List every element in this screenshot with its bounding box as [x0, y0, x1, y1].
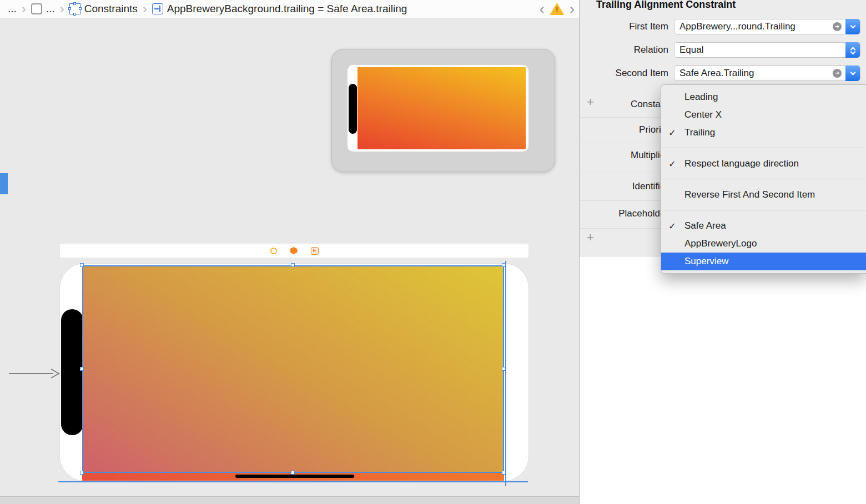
bottom-guide-line: [58, 481, 528, 482]
navigate-arrow-icon[interactable]: ➔: [833, 69, 842, 78]
breadcrumb-item-constraints[interactable]: Constraints: [84, 3, 138, 15]
check-icon: ✓: [664, 221, 680, 231]
warning-exclamation: !: [556, 6, 558, 14]
menu-item-label: AppBreweryLogo: [684, 238, 757, 249]
breadcrumb-item-view-controller[interactable]: ...: [46, 3, 55, 15]
chevron-right-icon: ›: [60, 1, 64, 17]
chevron-right-icon: ›: [143, 1, 147, 17]
selection-handle[interactable]: [291, 263, 295, 267]
selection-handle[interactable]: [80, 471, 84, 475]
second-item-label: Second Item: [580, 65, 668, 81]
second-item-popup[interactable]: Safe Area.Trailing ➔: [674, 65, 860, 81]
constant-label: Constant: [580, 99, 668, 110]
exit-icon[interactable]: [311, 247, 319, 255]
menu-item-reverse-first-and-second-item[interactable]: Reverse First And Second Item: [661, 186, 866, 204]
preview-notch: [349, 84, 357, 134]
constraints-group-icon: [69, 3, 80, 14]
menu-item-leading[interactable]: Leading: [661, 88, 866, 106]
chevron-right-icon: ›: [22, 1, 26, 17]
multiplier-label: Multiplier: [580, 150, 668, 161]
selection-handle[interactable]: [80, 263, 84, 267]
menu-item-appbrewerylogo[interactable]: AppBreweryLogo: [661, 235, 866, 253]
view-controller-icon[interactable]: [270, 248, 277, 254]
menu-item-label: Trailing: [684, 127, 715, 138]
second-item-dropdown-button[interactable]: [845, 65, 860, 81]
first-item-dropdown-button[interactable]: [845, 19, 860, 34]
view-controller-header-bar: [60, 244, 528, 258]
app-brewery-background-view[interactable]: [82, 265, 504, 473]
menu-item-label: Safe Area: [684, 220, 726, 231]
placeholder-label: Placeholder: [580, 208, 668, 219]
jump-bar: ... › ... › Constraints › AppBreweryBack…: [0, 0, 579, 18]
iphone-canvas[interactable]: [60, 264, 528, 481]
menu-item-trailing[interactable]: ✓ Trailing: [661, 124, 866, 142]
menu-item-safe-area[interactable]: ✓ Safe Area: [661, 217, 866, 235]
relation-stepper-button[interactable]: [845, 42, 860, 58]
selection-handle[interactable]: [502, 263, 506, 267]
menu-item-respect-language-direction[interactable]: ✓ Respect language direction: [661, 155, 866, 173]
preview-gradient-screen: [358, 67, 526, 149]
menu-item-label: Center X: [684, 109, 722, 120]
menu-item-label: Respect language direction: [684, 158, 799, 169]
first-responder-icon[interactable]: [290, 247, 298, 254]
relation-popup[interactable]: Equal: [674, 42, 860, 58]
selection-handle[interactable]: [502, 367, 506, 371]
check-icon: ✓: [664, 159, 680, 169]
first-item-label: First Item: [580, 19, 668, 34]
home-indicator: [235, 475, 354, 478]
constraint-icon: [152, 3, 163, 14]
identifier-label: Identifier: [580, 181, 668, 192]
menu-item-label: Leading: [684, 92, 718, 103]
check-icon: ✓: [664, 128, 680, 138]
canvas-bottom-bar: [0, 496, 579, 504]
breadcrumb-item-constraint[interactable]: AppBreweryBackground.trailing = Safe Are…: [167, 3, 407, 15]
device-preview-thumbnail[interactable]: [331, 49, 555, 172]
menu-item-label: Reverse First And Second Item: [684, 189, 815, 200]
priority-label: Priority: [580, 124, 668, 135]
navigate-arrow-icon[interactable]: ➔: [833, 22, 842, 31]
back-arrow[interactable]: ‹: [540, 1, 545, 17]
warning-icon[interactable]: !: [550, 3, 564, 15]
selection-handle[interactable]: [502, 471, 506, 475]
trailing-guide-line: [505, 261, 506, 486]
menu-separator: [661, 173, 866, 186]
selection-handle[interactable]: [291, 471, 295, 475]
menu-separator: [661, 204, 866, 217]
inspector-empty-area: [580, 256, 866, 504]
relation-value: Equal: [679, 43, 827, 57]
navigator-selection-tab[interactable]: [0, 173, 8, 194]
plus-icon[interactable]: +: [587, 231, 594, 244]
view-controller-icon: [31, 3, 42, 14]
breadcrumb-item-document[interactable]: ...: [8, 3, 17, 15]
second-item-dropdown-menu: Leading Center X ✓ Trailing ✓ Respect la…: [661, 84, 866, 274]
relation-label: Relation: [580, 42, 668, 58]
forward-arrow[interactable]: ›: [570, 1, 575, 17]
device-notch: [61, 309, 83, 435]
menu-item-superview[interactable]: Superview: [661, 253, 866, 270]
first-item-popup[interactable]: AppBrewery...round.Trailing ➔: [674, 19, 860, 34]
storyboard-entry-arrow[interactable]: [9, 367, 60, 380]
first-item-value: AppBrewery...round.Trailing: [679, 19, 827, 34]
inspector-title: Trailing Alignment Constraint: [596, 0, 736, 11]
menu-item-label: Superview: [684, 256, 728, 267]
menu-separator: [661, 142, 866, 155]
menu-item-center-x[interactable]: Center X: [661, 106, 866, 124]
second-item-value: Safe Area.Trailing: [679, 66, 827, 80]
selection-handle[interactable]: [80, 367, 84, 371]
